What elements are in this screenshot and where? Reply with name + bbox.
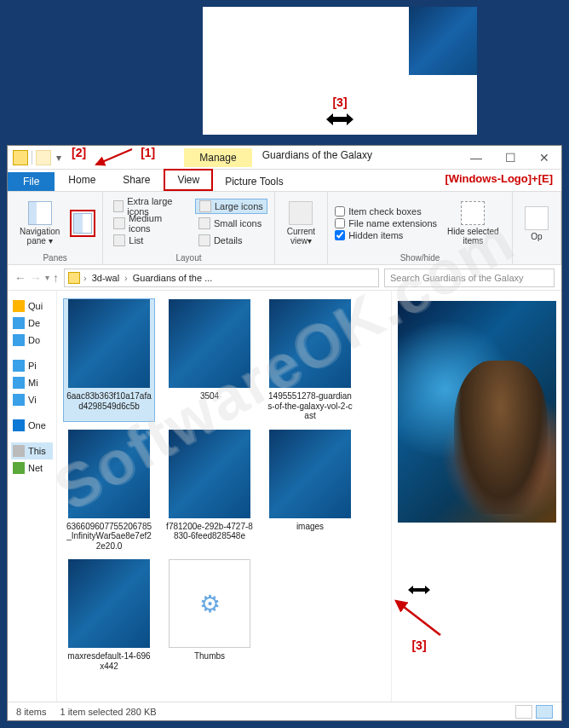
- check-file-extensions[interactable]: File name extensions: [335, 218, 437, 228]
- file-name: f781200e-292b-4727-8830-6feed828548e: [164, 522, 255, 541]
- ribbon-group-current-view: Current view▾: [275, 192, 328, 264]
- layout-small[interactable]: Small icons: [195, 216, 267, 231]
- network-icon: [13, 462, 25, 474]
- layout-medium[interactable]: Medium icons: [110, 216, 188, 231]
- sidebar-item-quick[interactable]: Qui: [11, 298, 53, 315]
- document-icon: [169, 559, 250, 648]
- address-bar-row: ← → ▾ ↑ › 3d-wal › Guardians of the ... …: [8, 265, 561, 291]
- image-thumbnail: [269, 299, 351, 388]
- music-icon: [13, 377, 25, 389]
- image-thumbnail: [169, 430, 250, 518]
- image-thumbnail: [269, 430, 351, 518]
- maximize-button[interactable]: ☐: [493, 146, 527, 169]
- tab-home[interactable]: Home: [55, 169, 109, 191]
- file-name: 636609607755206785_InfinityWar5ae8e7ef22…: [64, 522, 154, 552]
- nav-buttons: ← → ▾ ↑: [14, 271, 59, 285]
- ribbon-group-layout: Extra large icons Large icons Medium ico…: [103, 192, 275, 264]
- check-hidden-items[interactable]: Hidden items: [335, 230, 437, 240]
- minimize-button[interactable]: —: [459, 146, 493, 169]
- back-button[interactable]: ←: [14, 271, 26, 285]
- close-button[interactable]: ✕: [527, 146, 561, 169]
- file-name: maxresdefault-14-696x442: [64, 651, 154, 671]
- tab-file[interactable]: File: [8, 172, 55, 191]
- sidebar-item-network[interactable]: Net: [11, 459, 53, 477]
- file-name: 6aac83b363f10a17afad4298549d6c5b: [64, 391, 154, 411]
- view-details-button[interactable]: [515, 705, 532, 719]
- file-item[interactable]: 1495551278-guardians-of-the-galaxy-vol-2…: [265, 299, 355, 421]
- chevron-right-icon[interactable]: ›: [124, 273, 128, 283]
- callout-3-body: [3]: [411, 638, 426, 652]
- sidebar-item-videos[interactable]: Vi: [11, 391, 53, 408]
- pictures-icon: [13, 360, 25, 372]
- sidebar-item-music[interactable]: Mi: [11, 374, 53, 391]
- file-item[interactable]: Thumbs: [164, 559, 255, 671]
- top-image-strip: [3]: [203, 7, 477, 135]
- window-title: Guardians of the Galaxy: [252, 146, 459, 169]
- breadcrumb-seg[interactable]: 3d-wal: [90, 273, 121, 283]
- sidebar-item-onedrive[interactable]: One: [11, 417, 53, 434]
- file-item[interactable]: images: [265, 430, 355, 552]
- tab-share[interactable]: Share: [109, 169, 164, 191]
- tab-picture-tools[interactable]: Picture Tools: [213, 172, 295, 191]
- shortcut-annotation: [Windows-Logo]+[E]: [445, 172, 553, 185]
- preview-pane-toggle[interactable]: [70, 210, 95, 237]
- file-name: Thumbs: [193, 651, 227, 662]
- svg-line-1: [396, 601, 440, 635]
- star-icon: [13, 300, 25, 312]
- qat-dropdown-icon[interactable]: ▾: [55, 152, 63, 164]
- videos-icon: [13, 394, 25, 406]
- folder-icon: [13, 150, 28, 165]
- file-grid[interactable]: 6aac83b363f10a17afad4298549d6c5b35041495…: [57, 291, 391, 702]
- content-area: 6aac83b363f10a17afad4298549d6c5b35041495…: [57, 291, 561, 702]
- preview-image: [398, 301, 556, 523]
- current-view-button[interactable]: Current view▾: [282, 199, 320, 247]
- sidebar: Qui De Do Pi Mi Vi One This Net: [8, 291, 57, 702]
- callout-1: [1]: [137, 146, 158, 169]
- hide-items-icon: [461, 201, 485, 225]
- layout-details[interactable]: Details: [195, 233, 267, 248]
- context-tab-manage[interactable]: Manage: [184, 148, 251, 167]
- file-item[interactable]: 3504: [164, 299, 255, 421]
- status-bar: 8 items 1 item selected 280 KB: [8, 702, 561, 720]
- image-thumbnail: [68, 430, 150, 518]
- hide-selected-button[interactable]: Hide selected items: [442, 199, 504, 247]
- sidebar-item-desktop[interactable]: De: [11, 315, 53, 332]
- check-item-checkboxes[interactable]: Item check boxes: [335, 206, 437, 217]
- pc-icon: [13, 445, 25, 457]
- search-input[interactable]: Search Guardians of the Galaxy: [384, 269, 555, 287]
- image-thumbnail: [68, 299, 150, 388]
- ribbon-group-options: Op: [513, 192, 561, 264]
- file-item[interactable]: maxresdefault-14-696x442: [64, 559, 154, 671]
- up-button[interactable]: ↑: [53, 271, 59, 285]
- file-item[interactable]: f781200e-292b-4727-8830-6feed828548e: [164, 430, 255, 552]
- layout-extra-large[interactable]: Extra large icons: [110, 199, 188, 214]
- svg-line-0: [96, 149, 132, 165]
- quick-access-toolbar: ▾: [8, 146, 68, 169]
- file-item[interactable]: 636609607755206785_InfinityWar5ae8e7ef22…: [64, 430, 154, 552]
- options-button[interactable]: Op: [520, 205, 554, 243]
- image-thumbnail: [169, 299, 250, 388]
- view-icons-button[interactable]: [536, 705, 553, 719]
- explorer-body: Qui De Do Pi Mi Vi One This Net 6aac83b3…: [8, 291, 561, 702]
- layout-list[interactable]: List: [110, 233, 188, 248]
- ribbon-group-panes: Navigation pane ▾ Panes: [8, 192, 103, 264]
- preview-pane-icon: [73, 213, 92, 234]
- sidebar-item-thispc[interactable]: This: [11, 442, 53, 459]
- navigation-pane-button[interactable]: Navigation pane ▾: [14, 199, 65, 247]
- resize-horizontal-icon: [407, 584, 431, 596]
- layout-icon: [113, 234, 125, 246]
- ribbon: Navigation pane ▾ Panes Extra large icon…: [8, 192, 561, 265]
- breadcrumb-seg[interactable]: Guardians of the ...: [131, 273, 215, 283]
- history-dropdown-icon[interactable]: ▾: [45, 273, 49, 282]
- chevron-right-icon[interactable]: ›: [83, 273, 87, 283]
- layout-large[interactable]: Large icons: [195, 199, 267, 214]
- nav-pane-icon: [28, 201, 52, 225]
- sidebar-item-downloads[interactable]: Do: [11, 332, 53, 349]
- tab-view[interactable]: View: [164, 169, 213, 191]
- breadcrumb[interactable]: › 3d-wal › Guardians of the ...: [64, 269, 379, 287]
- sidebar-item-pictures[interactable]: Pi: [11, 357, 53, 374]
- ribbon-tabs: File Home Share View Picture Tools [Wind…: [8, 170, 561, 192]
- layout-icon: [198, 234, 210, 246]
- forward-button[interactable]: →: [30, 271, 42, 285]
- file-item[interactable]: 6aac83b363f10a17afad4298549d6c5b: [64, 299, 154, 421]
